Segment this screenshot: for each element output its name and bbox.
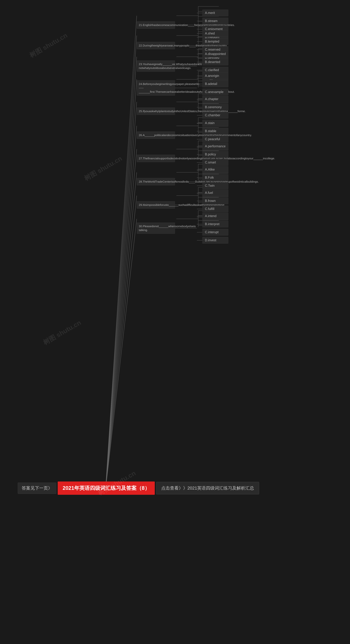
q30-opt-d: D.invest <box>202 237 228 244</box>
q28-opt-c: C.Twin <box>202 182 228 189</box>
svg-line-67 <box>105 172 137 492</box>
q25-opt-a: A.chapter <box>202 96 228 102</box>
q30-text: 30.Pleasedonot______whensomebodyelseis t… <box>137 222 175 234</box>
q26-opt-a: A.stain <box>202 120 228 126</box>
q24-connector <box>175 88 197 88</box>
q27-opt-c: C.smart <box>202 159 228 166</box>
svg-line-65 <box>105 126 137 492</box>
q22-text: 22.Duringtheeightyearswar,manypeople____… <box>137 42 175 49</box>
q29-opt-a: A.fuel <box>202 190 228 196</box>
q23-text: 23.Youhavegreatly______us.Whatyouhavedon… <box>137 60 175 72</box>
q21-opt-b: B.stream <box>202 18 228 24</box>
q21-opt-a: A.merit <box>202 10 228 16</box>
answer-next-btn[interactable]: 答案见下一页》 <box>18 482 56 494</box>
q25-opt-c: C.chamber <box>202 112 228 118</box>
q24-opt-c: C.anexample <box>202 89 228 95</box>
svg-line-60 <box>105 16 137 492</box>
svg-line-62 <box>105 57 137 492</box>
summary-link[interactable]: 点击查看》》2021英语四级词汇练习及解析汇总 <box>156 482 259 494</box>
main-title: 2021年英语四级词汇练习及答案（8） <box>58 482 155 495</box>
q29-text: 29.Itisimpossibleforusto______suchadiffi… <box>137 201 175 208</box>
q21-text: 21.Englishhasbecomeacommunication____for… <box>137 21 175 29</box>
q25-connector <box>175 111 197 111</box>
watermark-1: 树图 shutu.cn <box>28 31 69 60</box>
watermark-3: 树图 shutu.cn <box>42 318 83 347</box>
main-container: 树图 shutu.cn 树图 shutu.cn 树图 shutu.cn 树图 s… <box>0 0 350 644</box>
svg-line-69 <box>105 219 137 492</box>
q28-opt-a: A.Alike <box>202 166 228 173</box>
svg-line-68 <box>105 196 137 492</box>
q26-text: 26.A______politicalandeconomicsituationi… <box>137 132 175 139</box>
q26-connector <box>175 135 197 135</box>
q27-text: 27.Thefinancialsupportisdecidednotonlyac… <box>137 155 175 162</box>
q28-opt-b: B.Folk <box>202 174 228 181</box>
bottom-panel: 答案见下一页》 2021年英语四级词汇练习及答案（8） 点击查看》》2021英语… <box>18 482 259 495</box>
q29-connector <box>175 205 197 205</box>
q24-opt-b: B.adetail <box>202 80 228 87</box>
q22-opt-a: A.shed <box>202 30 228 37</box>
q29-opt-c: C.fulfill <box>202 206 228 212</box>
svg-line-61 <box>105 36 137 492</box>
svg-line-66 <box>105 149 137 492</box>
q27-connector <box>175 158 197 158</box>
q22-connector <box>175 46 197 46</box>
q29-opt-b: B.frown <box>202 198 228 204</box>
q30-options: A.intend B.interpret C.interupt D.invest <box>197 213 228 244</box>
q28-connector <box>175 182 197 182</box>
q27-opt-a: A.performance <box>202 143 228 150</box>
q30-opt-b: B.interpret <box>202 221 228 228</box>
q24-opt-a: A.anorigin <box>202 72 228 79</box>
q24-text: 24.Beforeyoubeginwritingyourpaper,please… <box>137 80 175 96</box>
question-30: 30.Pleasedonot______whensomebodyelseis t… <box>137 213 228 244</box>
q23-opt-a: A.disappointed <box>202 50 228 57</box>
q28-text: 28.TheWorldTradeCenterisoftencalleda____… <box>137 178 175 185</box>
q30-opt-c: C.interupt <box>202 229 228 236</box>
q30-opt-a: A.intend <box>202 213 228 220</box>
q30-connector <box>175 228 197 228</box>
q25-opt-b: B.ceremony <box>202 104 228 110</box>
svg-line-64 <box>105 102 137 492</box>
q23-opt-b: B.deserted <box>202 59 228 66</box>
q26-opt-c: C.peaceful <box>202 136 228 142</box>
q22-opt-b: B.tempted <box>202 38 228 45</box>
q26-opt-b: B.stable <box>202 128 228 134</box>
q27-opt-b: B.policy <box>202 151 228 158</box>
watermark-2: 树图 shutu.cn <box>83 154 124 183</box>
svg-line-63 <box>105 79 137 492</box>
q25-text: 25.IfyouaskwhyIplantostudyintheUnitedSta… <box>137 108 175 115</box>
q21-connector <box>175 25 197 25</box>
q23-connector <box>175 66 197 66</box>
